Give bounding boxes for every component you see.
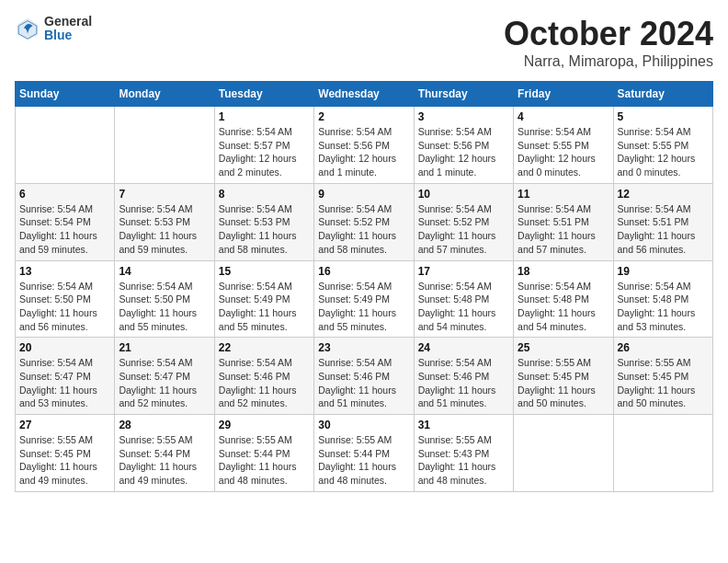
calendar-week-4: 20Sunrise: 5:54 AM Sunset: 5:47 PM Dayli… — [16, 338, 713, 415]
day-number: 22 — [219, 341, 310, 354]
day-number: 29 — [219, 419, 310, 431]
day-number: 17 — [418, 265, 509, 278]
weekday-header-thursday: Thursday — [414, 82, 513, 107]
calendar-cell: 28Sunrise: 5:55 AM Sunset: 5:44 PM Dayli… — [115, 415, 214, 492]
calendar-cell: 2Sunrise: 5:54 AM Sunset: 5:56 PM Daylig… — [314, 107, 414, 184]
calendar-cell: 1Sunrise: 5:54 AM Sunset: 5:57 PM Daylig… — [214, 107, 313, 184]
day-info: Sunrise: 5:54 AM Sunset: 5:52 PM Dayligh… — [418, 202, 509, 257]
logo-icon — [15, 16, 40, 41]
day-number: 30 — [318, 419, 409, 431]
calendar-cell: 23Sunrise: 5:54 AM Sunset: 5:46 PM Dayli… — [314, 338, 414, 415]
day-info: Sunrise: 5:54 AM Sunset: 5:47 PM Dayligh… — [119, 356, 210, 410]
day-number: 26 — [618, 341, 709, 354]
day-number: 24 — [418, 341, 509, 354]
day-number: 8 — [219, 188, 310, 201]
day-info: Sunrise: 5:54 AM Sunset: 5:54 PM Dayligh… — [19, 202, 110, 257]
calendar-header-row: SundayMondayTuesdayWednesdayThursdayFrid… — [16, 82, 713, 107]
calendar-cell: 17Sunrise: 5:54 AM Sunset: 5:48 PM Dayli… — [414, 260, 513, 338]
calendar-cell: 29Sunrise: 5:55 AM Sunset: 5:44 PM Dayli… — [214, 415, 313, 492]
title-block: October 2024 Narra, Mimaropa, Philippine… — [504, 15, 713, 70]
calendar-cell: 18Sunrise: 5:54 AM Sunset: 5:48 PM Dayli… — [514, 260, 613, 338]
calendar-table: SundayMondayTuesdayWednesdayThursdayFrid… — [15, 81, 713, 492]
page-header: General Blue October 2024 Narra, Mimarop… — [15, 15, 713, 70]
logo-blue-text: Blue — [44, 29, 92, 42]
calendar-cell — [115, 107, 214, 184]
day-number: 10 — [418, 188, 509, 201]
day-number: 18 — [518, 265, 609, 278]
calendar-cell: 10Sunrise: 5:54 AM Sunset: 5:52 PM Dayli… — [414, 183, 513, 260]
day-info: Sunrise: 5:54 AM Sunset: 5:55 PM Dayligh… — [518, 125, 609, 179]
logo: General Blue — [15, 15, 92, 43]
day-info: Sunrise: 5:54 AM Sunset: 5:50 PM Dayligh… — [19, 280, 110, 334]
calendar-cell: 24Sunrise: 5:54 AM Sunset: 5:46 PM Dayli… — [414, 338, 513, 415]
weekday-header-sunday: Sunday — [16, 82, 115, 107]
day-info: Sunrise: 5:55 AM Sunset: 5:43 PM Dayligh… — [418, 433, 509, 488]
day-info: Sunrise: 5:54 AM Sunset: 5:47 PM Dayligh… — [19, 356, 110, 410]
day-info: Sunrise: 5:55 AM Sunset: 5:45 PM Dayligh… — [518, 356, 609, 410]
day-number: 14 — [119, 265, 210, 278]
day-number: 12 — [618, 188, 709, 201]
calendar-cell: 25Sunrise: 5:55 AM Sunset: 5:45 PM Dayli… — [514, 338, 613, 415]
day-number: 9 — [318, 188, 409, 201]
day-number: 11 — [518, 188, 609, 201]
weekday-header-friday: Friday — [514, 82, 613, 107]
calendar-cell: 15Sunrise: 5:54 AM Sunset: 5:49 PM Dayli… — [214, 260, 313, 338]
calendar-cell: 5Sunrise: 5:54 AM Sunset: 5:55 PM Daylig… — [613, 107, 712, 184]
day-number: 1 — [219, 110, 310, 123]
day-info: Sunrise: 5:55 AM Sunset: 5:44 PM Dayligh… — [318, 433, 409, 488]
weekday-header-wednesday: Wednesday — [314, 82, 414, 107]
calendar-cell: 9Sunrise: 5:54 AM Sunset: 5:52 PM Daylig… — [314, 183, 414, 260]
calendar-week-5: 27Sunrise: 5:55 AM Sunset: 5:45 PM Dayli… — [16, 415, 713, 492]
day-info: Sunrise: 5:54 AM Sunset: 5:46 PM Dayligh… — [318, 356, 409, 410]
weekday-header-tuesday: Tuesday — [214, 82, 313, 107]
calendar-cell: 19Sunrise: 5:54 AM Sunset: 5:48 PM Dayli… — [613, 260, 712, 338]
day-info: Sunrise: 5:54 AM Sunset: 5:50 PM Dayligh… — [119, 280, 210, 334]
calendar-cell: 22Sunrise: 5:54 AM Sunset: 5:46 PM Dayli… — [214, 338, 313, 415]
day-info: Sunrise: 5:54 AM Sunset: 5:49 PM Dayligh… — [219, 280, 310, 334]
calendar-week-3: 13Sunrise: 5:54 AM Sunset: 5:50 PM Dayli… — [16, 260, 713, 338]
day-info: Sunrise: 5:55 AM Sunset: 5:44 PM Dayligh… — [219, 433, 310, 488]
calendar-cell: 26Sunrise: 5:55 AM Sunset: 5:45 PM Dayli… — [613, 338, 712, 415]
day-number: 25 — [518, 341, 609, 354]
day-number: 28 — [119, 419, 210, 431]
calendar-cell: 3Sunrise: 5:54 AM Sunset: 5:56 PM Daylig… — [414, 107, 513, 184]
day-number: 16 — [318, 265, 409, 278]
day-info: Sunrise: 5:54 AM Sunset: 5:46 PM Dayligh… — [418, 356, 509, 410]
title-month: October 2024 — [504, 15, 713, 53]
day-number: 6 — [19, 188, 110, 201]
weekday-header-monday: Monday — [115, 82, 214, 107]
calendar-cell: 4Sunrise: 5:54 AM Sunset: 5:55 PM Daylig… — [514, 107, 613, 184]
day-number: 31 — [418, 419, 509, 431]
day-number: 21 — [119, 341, 210, 354]
calendar-cell: 31Sunrise: 5:55 AM Sunset: 5:43 PM Dayli… — [414, 415, 513, 492]
day-info: Sunrise: 5:55 AM Sunset: 5:44 PM Dayligh… — [119, 433, 210, 488]
day-info: Sunrise: 5:54 AM Sunset: 5:56 PM Dayligh… — [318, 125, 409, 179]
calendar-week-2: 6Sunrise: 5:54 AM Sunset: 5:54 PM Daylig… — [16, 183, 713, 260]
day-info: Sunrise: 5:54 AM Sunset: 5:48 PM Dayligh… — [618, 280, 709, 334]
day-info: Sunrise: 5:54 AM Sunset: 5:52 PM Dayligh… — [318, 202, 409, 257]
day-number: 13 — [19, 265, 110, 278]
calendar-cell: 27Sunrise: 5:55 AM Sunset: 5:45 PM Dayli… — [16, 415, 115, 492]
day-info: Sunrise: 5:54 AM Sunset: 5:48 PM Dayligh… — [518, 280, 609, 334]
calendar-cell: 13Sunrise: 5:54 AM Sunset: 5:50 PM Dayli… — [16, 260, 115, 338]
day-number: 23 — [318, 341, 409, 354]
day-info: Sunrise: 5:54 AM Sunset: 5:51 PM Dayligh… — [618, 202, 709, 257]
day-info: Sunrise: 5:54 AM Sunset: 5:48 PM Dayligh… — [418, 280, 509, 334]
day-number: 4 — [518, 110, 609, 123]
day-number: 2 — [318, 110, 409, 123]
day-info: Sunrise: 5:55 AM Sunset: 5:45 PM Dayligh… — [618, 356, 709, 410]
day-number: 3 — [418, 110, 509, 123]
calendar-cell: 21Sunrise: 5:54 AM Sunset: 5:47 PM Dayli… — [115, 338, 214, 415]
day-number: 20 — [19, 341, 110, 354]
calendar-cell — [16, 107, 115, 184]
day-info: Sunrise: 5:54 AM Sunset: 5:49 PM Dayligh… — [318, 280, 409, 334]
day-info: Sunrise: 5:54 AM Sunset: 5:57 PM Dayligh… — [219, 125, 310, 179]
day-info: Sunrise: 5:54 AM Sunset: 5:53 PM Dayligh… — [219, 202, 310, 257]
day-info: Sunrise: 5:54 AM Sunset: 5:53 PM Dayligh… — [119, 202, 210, 257]
day-info: Sunrise: 5:54 AM Sunset: 5:55 PM Dayligh… — [618, 125, 709, 179]
calendar-cell: 16Sunrise: 5:54 AM Sunset: 5:49 PM Dayli… — [314, 260, 414, 338]
day-number: 19 — [618, 265, 709, 278]
calendar-cell: 11Sunrise: 5:54 AM Sunset: 5:51 PM Dayli… — [514, 183, 613, 260]
title-location: Narra, Mimaropa, Philippines — [504, 53, 713, 70]
calendar-cell — [514, 415, 613, 492]
